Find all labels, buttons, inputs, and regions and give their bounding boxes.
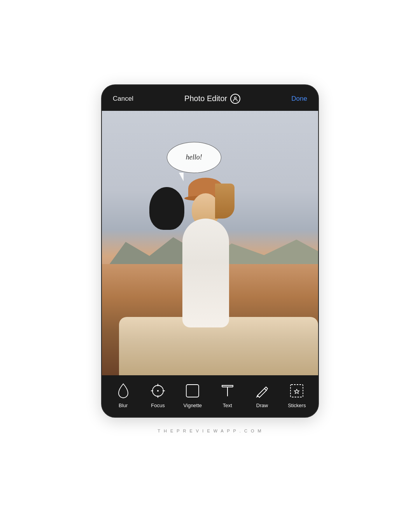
blur-label: Blur: [119, 402, 128, 408]
svg-point-0: [234, 97, 236, 99]
text-label: Text: [223, 402, 232, 408]
focus-label: Focus: [151, 402, 164, 408]
speech-bubble-text: hello!: [186, 153, 202, 161]
done-button[interactable]: Done: [291, 95, 307, 103]
draw-icon: [254, 382, 271, 399]
svg-point-2: [157, 390, 159, 392]
focus-tool[interactable]: Focus: [144, 382, 172, 408]
watermark: T H E P R E V I E W A P P . C O M: [158, 418, 262, 441]
stickers-label: Stickers: [288, 402, 306, 408]
photo-editor-title-text: Photo Editor: [184, 94, 227, 103]
photo-canvas[interactable]: hello!: [102, 111, 318, 375]
speech-bubble[interactable]: hello!: [167, 142, 221, 173]
svg-rect-10: [290, 385, 303, 397]
vignette-icon: [184, 382, 201, 399]
header-title: Photo Editor: [184, 94, 240, 104]
bottom-toolbar: Blur Focus: [102, 375, 318, 417]
hair: [215, 184, 234, 219]
cancel-button[interactable]: Cancel: [113, 95, 133, 103]
stickers-icon: [288, 382, 305, 399]
header-bar: Cancel Photo Editor Done: [102, 85, 318, 111]
vignette-tool[interactable]: Vignette: [179, 382, 206, 408]
text-icon: [219, 382, 236, 399]
user-icon: [230, 94, 240, 104]
bubble-tail-border: [178, 173, 184, 182]
vignette-label: Vignette: [184, 402, 202, 408]
text-tool[interactable]: Text: [214, 382, 241, 408]
blur-tool[interactable]: Blur: [110, 382, 137, 408]
blur-icon: [115, 382, 132, 399]
phone-frame: Cancel Photo Editor Done: [101, 84, 319, 418]
focus-icon: [149, 382, 166, 399]
stickers-tool[interactable]: Stickers: [283, 382, 310, 408]
svg-rect-7: [186, 385, 199, 397]
draw-tool[interactable]: Draw: [248, 382, 276, 408]
dog-figure: [149, 187, 184, 230]
body: [182, 219, 229, 327]
draw-label: Draw: [256, 402, 268, 408]
photo-background: hello!: [102, 111, 318, 375]
